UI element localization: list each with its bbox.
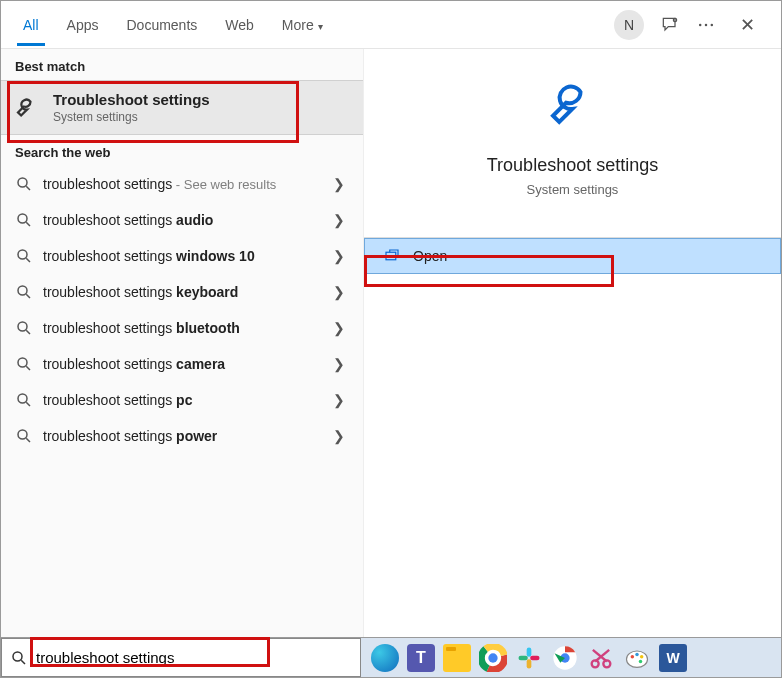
web-result-item[interactable]: troubleshoot settings audio❯ xyxy=(1,202,363,238)
search-icon xyxy=(15,247,33,265)
svg-point-8 xyxy=(18,250,27,259)
taskbar-explorer-icon[interactable] xyxy=(443,644,471,672)
taskbar-teams-icon[interactable]: T xyxy=(407,644,435,672)
svg-point-41 xyxy=(640,655,644,659)
best-match-result[interactable]: Troubleshoot settings System settings xyxy=(1,80,363,135)
more-options-icon[interactable] xyxy=(696,15,716,35)
tab-all[interactable]: All xyxy=(9,5,53,45)
chevron-down-icon: ▾ xyxy=(318,21,323,32)
svg-line-22 xyxy=(21,660,25,664)
search-input[interactable] xyxy=(36,639,352,676)
preview-subtitle: System settings xyxy=(527,182,619,197)
svg-line-5 xyxy=(26,186,30,190)
chevron-right-icon[interactable]: ❯ xyxy=(329,248,349,264)
search-web-label: Search the web xyxy=(1,135,363,166)
web-result-text: troubleshoot settings keyboard xyxy=(43,284,329,300)
wrench-icon xyxy=(13,93,43,123)
best-match-label: Best match xyxy=(1,49,363,80)
close-button[interactable]: ✕ xyxy=(732,10,763,40)
wrench-icon-large xyxy=(543,77,603,137)
chevron-right-icon[interactable]: ❯ xyxy=(329,176,349,192)
svg-line-17 xyxy=(26,402,30,406)
chevron-right-icon[interactable]: ❯ xyxy=(329,284,349,300)
tab-apps[interactable]: Apps xyxy=(53,5,113,45)
svg-point-3 xyxy=(711,23,714,26)
web-result-text: troubleshoot settings bluetooth xyxy=(43,320,329,336)
tab-web[interactable]: Web xyxy=(211,5,268,45)
chevron-right-icon[interactable]: ❯ xyxy=(329,392,349,408)
svg-rect-28 xyxy=(527,647,532,656)
open-icon xyxy=(383,247,401,265)
svg-point-14 xyxy=(18,358,27,367)
chevron-right-icon[interactable]: ❯ xyxy=(329,356,349,372)
svg-line-15 xyxy=(26,366,30,370)
web-result-item[interactable]: troubleshoot settings windows 10❯ xyxy=(1,238,363,274)
svg-line-9 xyxy=(26,258,30,262)
svg-rect-30 xyxy=(527,659,532,668)
svg-point-39 xyxy=(631,655,635,659)
svg-point-10 xyxy=(18,286,27,295)
tab-documents[interactable]: Documents xyxy=(112,5,211,45)
svg-line-11 xyxy=(26,294,30,298)
taskbar-word-icon[interactable]: W xyxy=(659,644,687,672)
taskbar: T W xyxy=(361,638,781,677)
search-icon xyxy=(10,649,28,667)
user-avatar[interactable]: N xyxy=(614,10,644,40)
bottom-bar: T W xyxy=(1,637,781,677)
chevron-right-icon[interactable]: ❯ xyxy=(329,320,349,336)
svg-point-40 xyxy=(635,652,639,656)
taskbar-chrome2-icon[interactable] xyxy=(551,644,579,672)
search-icon xyxy=(15,211,33,229)
chevron-right-icon[interactable]: ❯ xyxy=(329,212,349,228)
search-icon xyxy=(15,355,33,373)
feedback-icon[interactable] xyxy=(660,15,680,35)
open-action[interactable]: Open xyxy=(364,238,781,274)
search-box[interactable] xyxy=(1,638,361,677)
svg-point-6 xyxy=(18,214,27,223)
taskbar-chrome-icon[interactable] xyxy=(479,644,507,672)
results-panel: Best match Troubleshoot settings System … xyxy=(1,49,363,637)
web-result-text: troubleshoot settings windows 10 xyxy=(43,248,329,264)
svg-line-13 xyxy=(26,330,30,334)
taskbar-snip-icon[interactable] xyxy=(587,644,615,672)
web-result-text: troubleshoot settings - See web results xyxy=(43,176,329,192)
web-result-item[interactable]: troubleshoot settings bluetooth❯ xyxy=(1,310,363,346)
web-results-list: troubleshoot settings - See web results❯… xyxy=(1,166,363,454)
web-result-item[interactable]: troubleshoot settings keyboard❯ xyxy=(1,274,363,310)
svg-line-7 xyxy=(26,222,30,226)
best-match-title: Troubleshoot settings xyxy=(53,91,210,108)
header-tabs: All Apps Documents Web More▾ N ✕ xyxy=(1,1,781,49)
web-result-item[interactable]: troubleshoot settings camera❯ xyxy=(1,346,363,382)
web-result-item[interactable]: troubleshoot settings - See web results❯ xyxy=(1,166,363,202)
search-icon xyxy=(15,283,33,301)
web-result-text: troubleshoot settings camera xyxy=(43,356,329,372)
tab-more[interactable]: More▾ xyxy=(268,5,337,45)
web-result-text: troubleshoot settings audio xyxy=(43,212,329,228)
search-icon xyxy=(15,391,33,409)
search-icon xyxy=(15,175,33,193)
svg-point-16 xyxy=(18,394,27,403)
svg-point-4 xyxy=(18,178,27,187)
best-match-subtitle: System settings xyxy=(53,110,210,124)
web-result-item[interactable]: troubleshoot settings power❯ xyxy=(1,418,363,454)
taskbar-edge-icon[interactable] xyxy=(371,644,399,672)
web-result-item[interactable]: troubleshoot settings pc❯ xyxy=(1,382,363,418)
svg-point-21 xyxy=(13,652,22,661)
svg-point-2 xyxy=(705,23,708,26)
taskbar-paint-icon[interactable] xyxy=(623,644,651,672)
svg-rect-20 xyxy=(386,252,396,260)
taskbar-slack-icon[interactable] xyxy=(515,644,543,672)
svg-rect-29 xyxy=(519,655,528,660)
svg-line-19 xyxy=(26,438,30,442)
preview-actions: Open xyxy=(364,237,781,274)
main-content: Best match Troubleshoot settings System … xyxy=(1,49,781,637)
tab-more-label: More xyxy=(282,17,314,33)
preview-panel: Troubleshoot settings System settings Op… xyxy=(363,49,781,637)
search-icon xyxy=(15,427,33,445)
svg-point-27 xyxy=(488,653,497,662)
web-result-text: troubleshoot settings power xyxy=(43,428,329,444)
chevron-right-icon[interactable]: ❯ xyxy=(329,428,349,444)
open-label: Open xyxy=(413,248,447,264)
search-icon xyxy=(15,319,33,337)
svg-point-12 xyxy=(18,322,27,331)
